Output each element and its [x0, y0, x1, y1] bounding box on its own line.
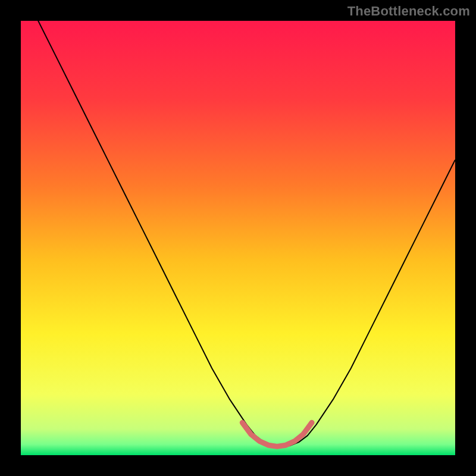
chart-svg: [21, 21, 455, 455]
chart-background: [21, 21, 455, 455]
chart-plot-area: [21, 21, 455, 455]
watermark-text: TheBottleneck.com: [347, 4, 470, 19]
chart-frame: TheBottleneck.com: [0, 0, 476, 476]
